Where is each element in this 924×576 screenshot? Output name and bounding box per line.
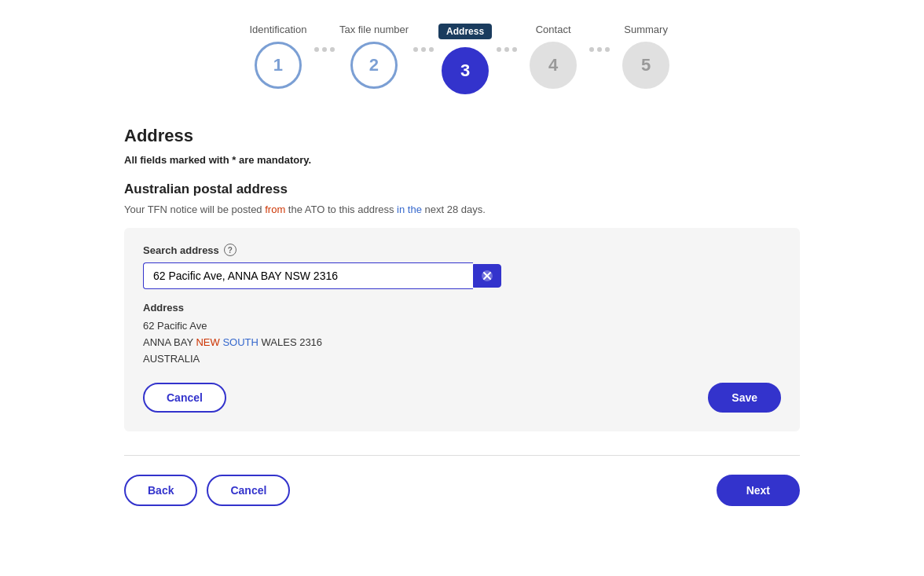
dot (597, 47, 602, 52)
dot (314, 47, 319, 52)
step-label-2: Tax file number (339, 24, 409, 35)
step-circle-4: 4 (530, 42, 577, 89)
cancel-nav-button[interactable]: Cancel (207, 475, 290, 506)
dots-1-2 (310, 47, 339, 52)
clear-button[interactable] (473, 264, 501, 288)
address-search-card: Search address ? Address 62 Pacific Ave … (124, 228, 800, 431)
dot (605, 47, 610, 52)
cancel-button[interactable]: Cancel (143, 383, 226, 413)
step-label-4: Contact (522, 24, 585, 35)
subsection-title: Australian postal address (124, 182, 800, 197)
bottom-nav-left: Back Cancel (124, 475, 290, 506)
step-circle-5: 5 (622, 42, 669, 89)
step-label-5: Summary (614, 24, 677, 35)
step-active-badge: Address (438, 24, 492, 39)
dot (421, 47, 426, 52)
notice-end: next 28 days. (422, 204, 486, 215)
dot (330, 47, 335, 52)
address-result-label: Address (143, 302, 781, 314)
step-circle-1: 1 (255, 42, 302, 89)
step-circle-2: 2 (350, 42, 398, 89)
step-item-2: Tax file number 2 (339, 24, 409, 89)
close-icon (482, 270, 493, 281)
section-title: Address (124, 126, 800, 146)
address-state: WALES 2316 (258, 336, 322, 348)
dots-2-3 (409, 47, 438, 52)
dot (512, 47, 517, 52)
step-label-container-3: Address (438, 24, 492, 41)
address-line2: ANNA BAY NEW SOUTH WALES 2316 (143, 335, 781, 351)
notice-middle: the ATO to this address (285, 204, 397, 215)
search-input[interactable] (143, 262, 473, 289)
address-city: ANNA BAY (143, 336, 196, 348)
step-item-4: Contact 4 (522, 24, 585, 89)
dot (504, 47, 509, 52)
back-button[interactable]: Back (124, 475, 197, 506)
dot (322, 47, 327, 52)
address-new: NEW (196, 336, 219, 348)
mandatory-note: All fields marked with * are mandatory. (124, 154, 800, 166)
step-item-5: Summary 5 (614, 24, 677, 89)
dot (413, 47, 418, 52)
bottom-nav: Back Cancel Next (124, 455, 800, 506)
save-button[interactable]: Save (708, 383, 781, 413)
address-result-text: 62 Pacific Ave ANNA BAY NEW SOUTH WALES … (143, 318, 781, 367)
dot (589, 47, 594, 52)
address-country: AUSTRALIA (143, 351, 781, 368)
search-label: Search address ? (143, 244, 781, 256)
dots-4-5 (585, 47, 614, 52)
stepper: Identification 1 Tax file number 2 Addr (124, 24, 800, 94)
notice-text: Your TFN notice will be posted from the … (124, 204, 800, 215)
card-actions: Cancel Save (143, 383, 781, 413)
dots-3-4 (492, 47, 522, 52)
address-south: SOUTH (222, 336, 258, 348)
dot (429, 47, 434, 52)
step-item-3: Address 3 (438, 24, 492, 94)
address-line1: 62 Pacific Ave (143, 318, 781, 335)
next-button[interactable]: Next (717, 475, 800, 506)
info-icon[interactable]: ? (224, 244, 236, 256)
notice-in: in (397, 204, 405, 215)
step-circle-3: 3 (442, 47, 489, 94)
notice-from: from (265, 204, 285, 215)
search-input-wrapper (143, 262, 781, 289)
dot (497, 47, 501, 52)
step-label-1: Identification (247, 24, 310, 35)
notice-before: Your TFN notice will be posted (124, 204, 265, 215)
notice-the: the (405, 204, 422, 215)
step-item-1: Identification 1 (247, 24, 310, 89)
